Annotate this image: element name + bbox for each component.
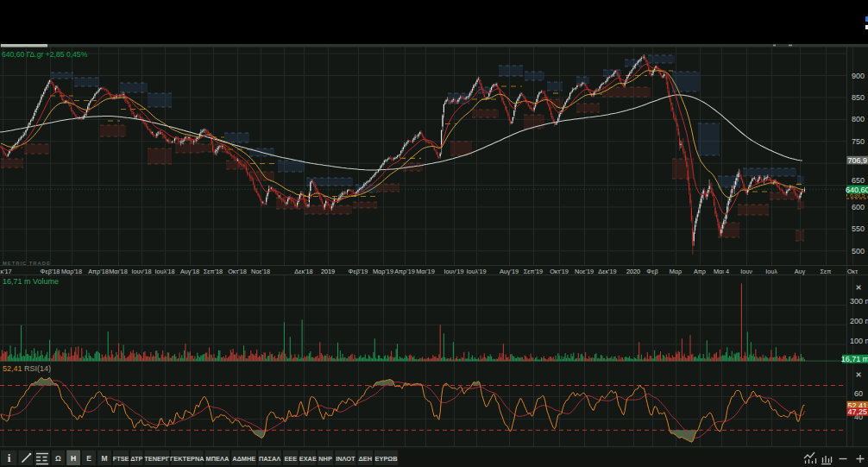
svg-text:100 m: 100 m	[850, 337, 868, 345]
svg-text:✕: ✕	[856, 370, 862, 379]
svg-text:Δεκ'18: Δεκ'18	[294, 268, 312, 275]
svg-text:Μαι'19: Μαι'19	[416, 268, 434, 275]
svg-text:Οκτ'19: Οκτ'19	[550, 268, 569, 275]
svg-text:200 m: 200 m	[850, 317, 868, 325]
svg-text:16,71 m: 16,71 m	[841, 355, 868, 363]
svg-text:ΕΕΕ: ΕΕΕ	[284, 455, 297, 463]
svg-text:2019: 2019	[321, 268, 335, 275]
svg-text:2020: 2020	[626, 268, 640, 275]
svg-text:ΔΕΗ: ΔΕΗ	[358, 455, 372, 463]
svg-text:750: 750	[852, 137, 865, 146]
svg-text:Νοε'19: Νοε'19	[575, 268, 594, 275]
svg-text:16,71 m Volume: 16,71 m Volume	[3, 277, 59, 286]
svg-text:Νοε'18: Νοε'18	[251, 268, 270, 275]
svg-text:Μαρ'19: Μαρ'19	[373, 268, 393, 275]
svg-text:ΔΤΡ: ΔΤΡ	[130, 455, 142, 463]
svg-text:650: 650	[852, 176, 865, 185]
svg-text:Σεπ: Σεπ	[821, 268, 832, 275]
svg-text:800: 800	[852, 115, 865, 123]
svg-text:Αυγ'19: Αυγ'19	[500, 268, 519, 275]
svg-text:Οκτ'18: Οκτ'18	[228, 268, 247, 275]
svg-text:Απρ'19: Απρ'19	[394, 268, 415, 275]
svg-text:Ιουν'19: Ιουν'19	[443, 268, 463, 275]
svg-text:52,41 RSI(14): 52,41 RSI(14)	[3, 364, 51, 373]
svg-text:Μαρ: Μαρ	[670, 268, 682, 275]
svg-text:ΝΗΡ: ΝΗΡ	[318, 455, 332, 463]
svg-text:850: 850	[852, 93, 865, 102]
svg-text:ΙΝΛΟΤ: ΙΝΛΟΤ	[336, 455, 355, 463]
svg-text:Οκτ: Οκτ	[847, 268, 858, 275]
svg-text:Ω: Ω	[55, 454, 61, 463]
svg-text:E: E	[86, 454, 91, 463]
svg-text:ΓΕΚΤΕΡΝΑ: ΓΕΚΤΕΡΝΑ	[170, 455, 204, 463]
svg-text:300 m: 300 m	[850, 297, 868, 306]
svg-text:Απρ: Απρ	[694, 268, 706, 275]
svg-text:ΕΥΡΩΒ: ΕΥΡΩΒ	[375, 455, 398, 463]
svg-text:Ιουλ'19: Ιουλ'19	[466, 268, 486, 275]
svg-text:640,60 ΓΔ.gr +2,85 0,45%: 640,60 ΓΔ.gr +2,85 0,45%	[2, 50, 88, 59]
svg-text:Φεβ'18: Φεβ'18	[41, 268, 60, 275]
svg-text:600: 600	[852, 203, 865, 211]
svg-text:i: i	[8, 451, 11, 464]
svg-text:M: M	[101, 454, 107, 463]
svg-text:Δεκ'19: Δεκ'19	[598, 268, 616, 275]
svg-text:Μαι'18: Μαι'18	[109, 268, 127, 275]
svg-text:ΑΔΜΗΕ: ΑΔΜΗΕ	[232, 455, 255, 463]
svg-text:Ιουν'18: Ιουν'18	[131, 268, 151, 275]
svg-text:ΤΕΝΕΡΓ: ΤΕΝΕΡΓ	[144, 455, 170, 463]
svg-text:Φεβ: Φεβ	[646, 268, 657, 275]
svg-text:Σεπ'18: Σεπ'18	[204, 268, 223, 275]
svg-text:706,9: 706,9	[847, 156, 867, 165]
svg-text:✕: ✕	[856, 283, 862, 292]
svg-text:ΜΕΤRIC ΤRΑDΕ: ΜΕΤRIC ΤRΑDΕ	[3, 261, 51, 266]
svg-text:640,60: 640,60	[846, 186, 868, 194]
svg-text:ΠΑΣΑΛ: ΠΑΣΑΛ	[259, 455, 280, 463]
svg-text:Ιουν: Ιουν	[740, 268, 752, 275]
svg-text:Δεκ'17: Δεκ'17	[0, 268, 12, 275]
svg-text:Ιουλ: Ιουλ	[765, 268, 777, 275]
svg-text:Αυγ'18: Αυγ'18	[180, 268, 199, 275]
svg-text:47,25: 47,25	[847, 407, 867, 416]
svg-text:FTSE: FTSE	[113, 455, 129, 463]
svg-text:Σεπ'19: Σεπ'19	[524, 268, 543, 275]
svg-text:H: H	[71, 454, 76, 463]
svg-text:Απρ'18: Απρ'18	[88, 268, 109, 275]
svg-text:Ιουλ'18: Ιουλ'18	[154, 268, 174, 275]
svg-text:Αυγ: Αυγ	[795, 268, 806, 275]
svg-text:Μαι 4: Μαι 4	[714, 268, 729, 275]
svg-text:550: 550	[852, 224, 865, 233]
svg-text:60: 60	[854, 389, 863, 398]
svg-text:Μαρ'18: Μαρ'18	[61, 268, 82, 275]
svg-text:900: 900	[852, 72, 865, 80]
svg-text:ΕΧΑΕ: ΕΧΑΕ	[299, 455, 317, 463]
svg-text:500: 500	[852, 247, 865, 256]
svg-text:ΜΠΕΛΑ: ΜΠΕΛΑ	[206, 455, 230, 463]
svg-text:Φεβ'19: Φεβ'19	[349, 268, 368, 275]
